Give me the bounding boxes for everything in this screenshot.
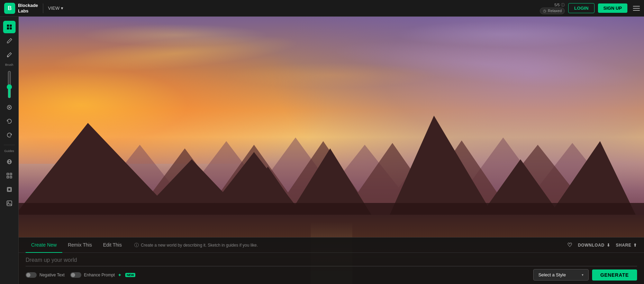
tab-edit-this[interactable]: Edit This bbox=[98, 238, 127, 253]
topbar: B Blockade Labs VIEW ▾ 5/5 ⓘ ◷ Relaxed L… bbox=[0, 0, 644, 17]
enhance-prompt-toggle-group: Enhance Prompt ✦ NEW bbox=[70, 272, 135, 278]
controls-right: Select a Style ▾ GENERATE bbox=[533, 269, 637, 281]
tab-actions: ♡ DOWNLOAD ⬇ SHARE ⬆ bbox=[567, 242, 637, 248]
sidebar-btn-undo[interactable] bbox=[3, 115, 16, 127]
sparkle-icon: ✦ bbox=[118, 272, 122, 278]
bottom-tabs: Create New Remix This Edit This ⓘ Create… bbox=[19, 238, 644, 253]
svg-rect-2 bbox=[7, 27, 9, 29]
sidebar-btn-eraser[interactable] bbox=[3, 101, 16, 114]
enhance-prompt-label: Enhance Prompt bbox=[84, 273, 115, 277]
sidebar-btn-image[interactable] bbox=[3, 197, 16, 210]
heart-icon: ♡ bbox=[567, 242, 572, 248]
share-button[interactable]: SHARE ⬆ bbox=[616, 243, 637, 248]
bottom-panel: Create New Remix This Edit This ⓘ Create… bbox=[19, 237, 644, 284]
signup-button[interactable]: SIGN UP bbox=[598, 3, 627, 13]
view-button[interactable]: VIEW ▾ bbox=[48, 6, 63, 11]
negative-text-label: Negative Text bbox=[39, 273, 65, 277]
tab-info: ⓘ Create a new world by describing it. S… bbox=[134, 242, 258, 248]
quota-row: 5/5 ⓘ bbox=[554, 2, 565, 8]
download-button[interactable]: DOWNLOAD ⬇ bbox=[578, 243, 610, 248]
logo-text: Blockade Labs bbox=[18, 3, 38, 14]
generate-button[interactable]: GENERATE bbox=[592, 269, 637, 281]
divider bbox=[43, 3, 43, 13]
quota-info: 5/5 ⓘ ◷ Relaxed bbox=[540, 2, 565, 14]
svg-rect-11 bbox=[7, 173, 9, 175]
brush-label: Brush bbox=[5, 63, 13, 66]
svg-rect-1 bbox=[10, 25, 12, 27]
svg-rect-3 bbox=[10, 27, 12, 29]
sidebar-btn-redo[interactable] bbox=[3, 129, 16, 141]
tab-remix-this[interactable]: Remix This bbox=[62, 238, 98, 253]
svg-rect-12 bbox=[10, 173, 12, 175]
svg-point-18 bbox=[8, 202, 9, 203]
guides-label: Guides bbox=[4, 149, 14, 153]
sidebar-btn-brush[interactable] bbox=[3, 48, 16, 61]
sidebar-divider bbox=[4, 145, 15, 145]
download-label: DOWNLOAD bbox=[578, 243, 605, 248]
style-select-dropdown[interactable]: Select a Style ▾ bbox=[533, 269, 589, 281]
tab-create-new[interactable]: Create New bbox=[26, 238, 62, 253]
relaxed-badge: ◷ Relaxed bbox=[540, 8, 565, 14]
sidebar-btn-grid[interactable] bbox=[3, 169, 16, 182]
sidebar-btn-select[interactable] bbox=[3, 21, 16, 33]
enhance-prompt-toggle[interactable] bbox=[70, 272, 81, 278]
topbar-right: 5/5 ⓘ ◷ Relaxed LOGIN SIGN UP bbox=[540, 2, 640, 14]
bottom-controls: Negative Text Enhance Prompt ✦ NEW Selec… bbox=[26, 269, 637, 281]
logo-icon: B bbox=[4, 3, 15, 14]
clock-icon: ◷ bbox=[543, 9, 546, 13]
prompt-input[interactable] bbox=[26, 256, 637, 266]
brush-slider-area bbox=[6, 71, 13, 98]
svg-point-4 bbox=[7, 56, 8, 57]
new-badge: NEW bbox=[125, 273, 135, 277]
negative-text-toggle[interactable] bbox=[26, 272, 37, 278]
svg-rect-14 bbox=[10, 176, 12, 178]
toggle-knob-enhance bbox=[71, 273, 75, 277]
style-select-label: Select a Style bbox=[538, 272, 566, 277]
svg-rect-13 bbox=[7, 176, 9, 178]
sidebar-btn-globe[interactable] bbox=[3, 156, 16, 168]
share-icon: ⬆ bbox=[633, 243, 637, 248]
chevron-down-icon: ▾ bbox=[61, 6, 63, 11]
share-label: SHARE bbox=[616, 243, 631, 248]
bottom-input-row: Negative Text Enhance Prompt ✦ NEW Selec… bbox=[19, 253, 644, 284]
brush-size-slider[interactable] bbox=[6, 71, 13, 98]
sidebar-btn-layers[interactable] bbox=[3, 183, 16, 196]
logo-area: B Blockade Labs bbox=[4, 3, 38, 14]
negative-text-toggle-group: Negative Text bbox=[26, 272, 65, 278]
sidebar: Brush Guides bbox=[0, 17, 19, 284]
sidebar-btn-pen[interactable] bbox=[3, 35, 16, 47]
login-button[interactable]: LOGIN bbox=[568, 3, 594, 13]
svg-rect-0 bbox=[7, 25, 9, 27]
toggle-knob bbox=[26, 273, 30, 277]
chevron-down-icon: ▾ bbox=[582, 273, 583, 277]
svg-rect-16 bbox=[8, 188, 11, 191]
hamburger-menu-icon[interactable] bbox=[633, 5, 640, 12]
info-icon: ⓘ bbox=[561, 2, 565, 8]
info-circle-icon: ⓘ bbox=[134, 242, 139, 248]
download-icon: ⬇ bbox=[607, 243, 610, 248]
like-button[interactable]: ♡ bbox=[567, 242, 572, 248]
